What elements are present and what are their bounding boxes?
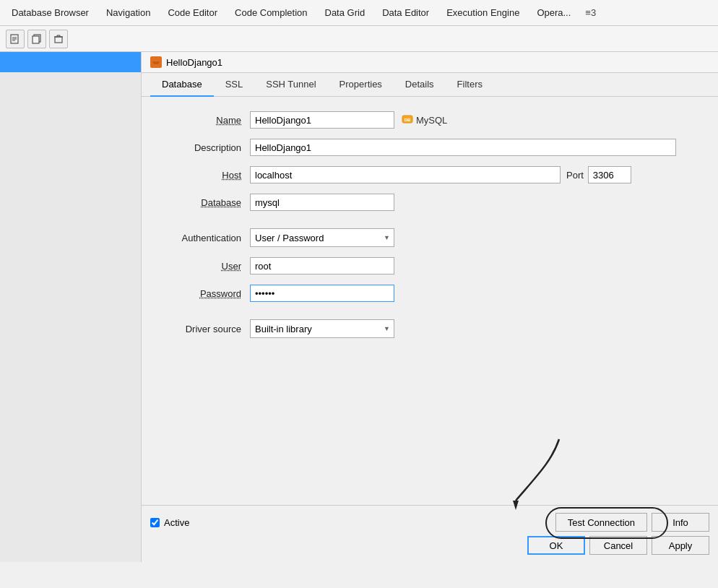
user-label: User	[156, 261, 250, 272]
tab-details[interactable]: Details	[394, 73, 446, 97]
menu-database-browser[interactable]: Database Browser	[3, 1, 98, 24]
sidebar-selected-item[interactable]	[0, 52, 141, 72]
bottom-bar: Active Test Connection Info OK Cancel Ap…	[142, 505, 718, 562]
info-button[interactable]: Info	[652, 513, 709, 532]
tab-database[interactable]: Database	[150, 73, 214, 97]
authentication-select[interactable]: User / Password No auth	[250, 228, 394, 247]
ok-button[interactable]: OK	[527, 536, 585, 555]
driver-select-wrapper: Built-in library Custom	[250, 319, 394, 338]
cancel-button[interactable]: Cancel	[589, 536, 647, 555]
connection-name: HelloDjango1	[166, 57, 222, 68]
menu-execution-engine[interactable]: Execution Engine	[438, 1, 528, 24]
toolbar-new-btn[interactable]	[6, 30, 25, 48]
active-checkbox-row: Active	[150, 517, 189, 528]
svg-rect-5	[33, 36, 39, 43]
host-input[interactable]	[250, 166, 561, 183]
apply-button[interactable]: Apply	[652, 536, 709, 555]
test-connection-button[interactable]: Test Connection	[555, 513, 647, 532]
toolbar-copy-btn[interactable]	[27, 30, 46, 48]
toolbar	[0, 26, 718, 52]
description-label: Description	[156, 142, 250, 153]
menu-bar: Database Browser Navigation Code Editor …	[0, 0, 718, 26]
database-row: Database	[156, 194, 704, 211]
name-row: Name DB MySQL	[156, 111, 704, 129]
authentication-select-wrapper: User / Password No auth	[250, 228, 394, 247]
menu-more[interactable]: ≡3	[579, 1, 602, 24]
host-row: Host Port	[156, 166, 704, 183]
database-label: Database	[156, 197, 250, 208]
main-area: HelloDjango1 Database SSL SSH Tunnel Pro…	[0, 52, 718, 562]
active-checkbox[interactable]	[150, 518, 160, 527]
description-row: Description	[156, 139, 704, 156]
tab-properties[interactable]: Properties	[328, 73, 394, 97]
menu-code-completion[interactable]: Code Completion	[226, 1, 316, 24]
active-label: Active	[164, 517, 189, 528]
driver-source-row: Driver source Built-in library Custom	[156, 319, 704, 338]
menu-navigation[interactable]: Navigation	[98, 1, 159, 24]
password-row: Password	[156, 285, 704, 302]
driver-source-label: Driver source	[156, 324, 250, 334]
menu-opera[interactable]: Opera...	[528, 1, 579, 24]
user-row: User	[156, 257, 704, 274]
toolbar-delete-btn[interactable]	[49, 30, 68, 48]
menu-data-editor[interactable]: Data Editor	[373, 1, 438, 24]
bottom-section: Active Test Connection Info OK Cancel Ap…	[142, 505, 718, 562]
database-input[interactable]	[250, 194, 394, 211]
right-panel: HelloDjango1 Database SSL SSH Tunnel Pro…	[142, 52, 718, 562]
port-label: Port	[566, 170, 584, 181]
description-input[interactable]	[250, 139, 676, 156]
db-type-label: MySQL	[416, 115, 447, 126]
form-area: Name DB MySQL Description	[142, 97, 718, 505]
user-input[interactable]	[250, 257, 394, 274]
bottom-row1: Active Test Connection Info	[150, 513, 709, 532]
menu-data-grid[interactable]: Data Grid	[316, 1, 374, 24]
driver-source-select[interactable]: Built-in library Custom	[250, 319, 394, 338]
tabs-bar: Database SSL SSH Tunnel Properties Detai…	[142, 73, 718, 97]
connection-db-icon	[150, 56, 162, 68]
authentication-label: Authentication	[156, 233, 250, 243]
tab-filters[interactable]: Filters	[446, 73, 494, 97]
password-input[interactable]	[250, 285, 394, 302]
authentication-row: Authentication User / Password No auth	[156, 228, 704, 247]
db-type: DB MySQL	[402, 113, 447, 127]
port-input[interactable]	[588, 166, 631, 183]
tab-ssh-tunnel[interactable]: SSH Tunnel	[254, 73, 327, 97]
password-label: Password	[156, 288, 250, 299]
tab-ssl[interactable]: SSL	[214, 73, 255, 97]
sidebar	[0, 52, 142, 562]
menu-code-editor[interactable]: Code Editor	[159, 1, 226, 24]
host-label: Host	[156, 170, 250, 181]
name-label: Name	[156, 115, 250, 126]
bottom-row2: OK Cancel Apply	[150, 536, 709, 555]
test-connection-wrapper: Test Connection	[555, 513, 647, 532]
mysql-icon: DB	[402, 113, 413, 127]
svg-text:DB: DB	[405, 118, 411, 122]
connection-title-bar: HelloDjango1	[142, 52, 718, 73]
name-input[interactable]	[250, 111, 394, 129]
svg-rect-6	[55, 37, 62, 43]
